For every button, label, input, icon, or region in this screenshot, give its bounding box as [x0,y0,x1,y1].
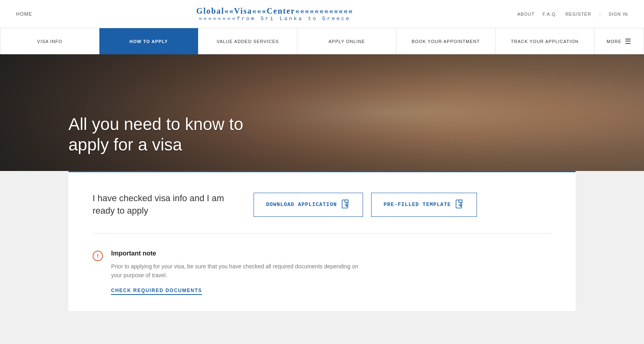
nav-book-appointment[interactable]: BOOK YOUR APPOINTMENT [396,28,495,54]
nav-more[interactable]: MORE ☰ [594,28,644,54]
download-label: Download Application [266,202,337,208]
hero-section: All you need to know to apply for a visa [0,54,644,171]
nav-value-added[interactable]: VALUE ADDED SERVICES [198,28,297,54]
apply-description: I have checked visa info and I am ready … [93,192,229,217]
nav-how-to-apply[interactable]: HOW TO APPLY [99,28,198,54]
top-bar-right: ABOUT F.A.Q. REGISTER | SIGN IN [517,11,628,17]
apply-buttons: Download Application Pre-Filled Template [254,193,551,217]
important-content: Important note Prior to applying for you… [111,250,361,295]
svg-rect-4 [459,200,462,202]
important-body: Prior to applying for your visa, be sure… [111,262,361,280]
download-application-button[interactable]: Download Application [254,193,363,217]
signin-link[interactable]: SIGN IN [609,12,628,16]
check-required-docs-link[interactable]: CHECK REQUIRED DOCUMENTS [111,288,202,295]
prefilled-label: Pre-Filled Template [384,202,451,208]
logo-main-text: Global««Visa«««Center«««««««««««« [196,6,353,16]
prefilled-icon [456,200,464,210]
site-logo: Global««Visa«««Center«««««««««««« ««««««… [196,6,353,22]
svg-rect-1 [345,200,348,202]
nav-track-application[interactable]: TRACK YOUR APPLICATION [495,28,594,54]
apply-section: I have checked visa info and I am ready … [93,192,551,234]
hero-text: All you need to know to apply for a visa [68,114,243,155]
content-wrapper: I have checked visa info and I am ready … [0,171,644,311]
faq-link[interactable]: F.A.Q. [543,12,557,16]
home-link[interactable]: HOME [16,11,32,17]
logo-sub-text: ««««««««from Sri Lanka to Greece [196,16,353,22]
more-label: MORE [607,39,621,44]
important-title: Important note [111,250,361,257]
content-box: I have checked visa info and I am ready … [68,171,576,311]
important-section: ! Important note Prior to applying for y… [93,234,551,295]
download-icon [342,200,351,210]
prefilled-template-button[interactable]: Pre-Filled Template [371,193,477,217]
alert-icon: ! [93,251,103,261]
divider: | [599,11,601,17]
hero-heading: All you need to know to apply for a visa [68,114,243,155]
main-nav: VISA INFO HOW TO APPLY VALUE ADDED SERVI… [0,28,644,54]
nav-visa-info[interactable]: VISA INFO [0,28,99,54]
hamburger-icon: ☰ [625,37,632,46]
top-bar: HOME Global««Visa«««Center«««««««««««« «… [0,0,644,28]
nav-apply-online[interactable]: APPLY ONLINE [297,28,396,54]
about-link[interactable]: ABOUT [517,12,535,16]
register-link[interactable]: REGISTER [566,12,591,16]
